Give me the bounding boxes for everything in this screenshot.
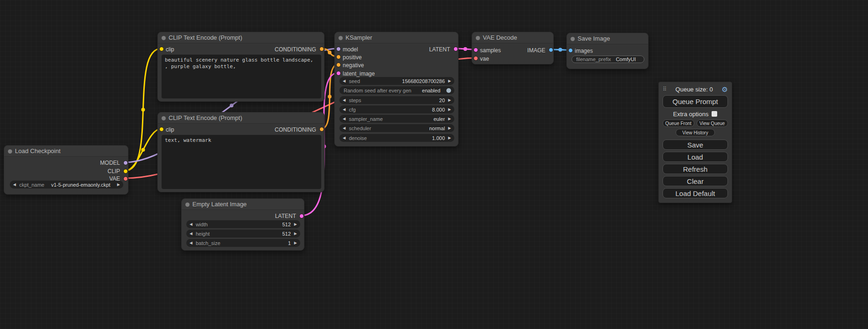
denoise-widget[interactable]: ◀ denoise 1.000 ▶ — [339, 134, 454, 142]
input-slot-vae[interactable] — [473, 56, 478, 61]
prev-value-arrow-icon[interactable]: ◀ — [343, 126, 346, 130]
increment-arrow-icon[interactable]: ▶ — [294, 222, 297, 226]
input-slot-latent-image[interactable] — [336, 71, 341, 76]
cfg-widget[interactable]: ◀ cfg 8.000 ▶ — [339, 105, 454, 113]
node-title-bar[interactable]: KSampler — [335, 32, 458, 43]
node-save-image[interactable]: Save Image images filename_prefix ComfyU… — [566, 33, 649, 69]
increment-arrow-icon[interactable]: ▶ — [448, 98, 451, 102]
queue-menu-panel: ⠿ Queue size: 0 ⚙ Queue Prompt Extra opt… — [658, 82, 732, 203]
output-slot-conditioning[interactable] — [319, 47, 324, 51]
increment-arrow-icon[interactable]: ▶ — [448, 107, 451, 112]
queue-front-button[interactable]: Queue Front — [663, 119, 694, 127]
load-button[interactable]: Load — [663, 152, 728, 162]
widget-value: 1 — [288, 240, 291, 246]
node-load-checkpoint[interactable]: Load Checkpoint MODEL CLIP VAE ◀ ckpt_na… — [4, 145, 128, 195]
node-empty-latent-image[interactable]: Empty Latent Image LATENT ◀ width 512 ▶ … — [181, 198, 304, 251]
link-midpoint-dot[interactable] — [141, 148, 145, 152]
view-history-button[interactable]: View History — [676, 129, 715, 136]
link-midpoint-dot[interactable] — [328, 95, 332, 98]
positive-prompt-textarea[interactable]: beautiful scenery nature glass bottle la… — [162, 55, 321, 98]
extra-options-checkbox[interactable] — [712, 111, 717, 117]
toggle-knob[interactable] — [446, 88, 451, 93]
input-slot-clip[interactable] — [159, 47, 164, 51]
output-label-latent: LATENT — [275, 213, 296, 219]
input-slot-model[interactable] — [336, 47, 341, 51]
prev-value-arrow-icon[interactable]: ◀ — [343, 117, 346, 121]
next-value-arrow-icon[interactable]: ▶ — [448, 117, 451, 121]
seed-widget[interactable]: ◀ seed 156680208700286 ▶ — [339, 77, 454, 85]
scheduler-widget[interactable]: ◀ scheduler normal ▶ — [339, 124, 454, 132]
collapse-dot-icon[interactable] — [8, 149, 12, 154]
link-midpoint-dot[interactable] — [558, 48, 562, 52]
increment-arrow-icon[interactable]: ▶ — [294, 241, 297, 245]
link-midpoint-dot[interactable] — [328, 51, 332, 55]
node-title-bar[interactable]: CLIP Text Encode (Prompt) — [158, 32, 324, 43]
filename-prefix-widget[interactable]: filename_prefix ComfyUI — [572, 56, 644, 63]
ckpt-name-widget[interactable]: ◀ ckpt_name v1-5-pruned-emaonly.ckpt ▶ — [10, 181, 123, 189]
menu-drag-handle-icon[interactable]: ⠿ — [663, 86, 667, 92]
output-slot-latent[interactable] — [299, 214, 304, 218]
collapse-dot-icon[interactable] — [476, 36, 480, 40]
queue-prompt-button[interactable]: Queue Prompt — [663, 95, 728, 108]
refresh-button[interactable]: Refresh — [663, 164, 728, 174]
width-widget[interactable]: ◀ width 512 ▶ — [186, 220, 300, 228]
input-slot-positive[interactable] — [336, 55, 341, 59]
node-title-bar[interactable]: VAE Decode — [472, 32, 553, 43]
output-slot-latent[interactable] — [453, 47, 458, 51]
save-button[interactable]: Save — [663, 140, 728, 150]
increment-arrow-icon[interactable]: ▶ — [448, 79, 451, 83]
output-slot-clip[interactable] — [123, 169, 128, 174]
link-midpoint-dot[interactable] — [141, 108, 145, 112]
node-title-bar[interactable]: Empty Latent Image — [182, 199, 304, 210]
decrement-arrow-icon[interactable]: ◀ — [190, 222, 192, 226]
input-label-images: images — [575, 48, 593, 54]
input-slot-samples[interactable] — [473, 48, 478, 52]
increment-arrow-icon[interactable]: ▶ — [294, 231, 297, 236]
random-seed-toggle-widget[interactable]: Random seed after every gen enabled — [339, 86, 454, 94]
input-slot-images[interactable] — [568, 48, 573, 53]
input-slot-clip[interactable] — [159, 127, 164, 132]
link-midpoint-dot[interactable] — [464, 47, 467, 51]
graph-canvas[interactable]: { "icons": { "left_arrow": "◀", "right_a… — [0, 0, 868, 329]
load-default-button[interactable]: Load Default — [663, 188, 728, 198]
collapse-dot-icon[interactable] — [571, 37, 575, 41]
sampler-name-widget[interactable]: ◀ sampler_name euler ▶ — [339, 115, 454, 123]
batch-size-widget[interactable]: ◀ batch_size 1 ▶ — [186, 239, 300, 247]
decrement-arrow-icon[interactable]: ◀ — [343, 98, 346, 102]
input-slot-negative[interactable] — [336, 63, 341, 67]
decrement-arrow-icon[interactable]: ◀ — [343, 79, 346, 83]
settings-gear-icon[interactable]: ⚙ — [722, 86, 728, 93]
decrement-arrow-icon[interactable]: ◀ — [343, 136, 346, 140]
view-queue-button[interactable]: View Queue — [697, 119, 728, 127]
output-slot-vae[interactable] — [123, 176, 128, 181]
collapse-dot-icon[interactable] — [162, 116, 166, 120]
node-title-bar[interactable]: CLIP Text Encode (Prompt) — [158, 112, 324, 124]
node-vae-decode[interactable]: VAE Decode samples IMAGE vae — [472, 32, 554, 64]
node-title: Save Image — [578, 35, 610, 42]
decrement-arrow-icon[interactable]: ◀ — [343, 107, 346, 112]
output-slot-model[interactable] — [123, 161, 128, 165]
decrement-arrow-icon[interactable]: ◀ — [190, 231, 192, 236]
next-value-arrow-icon[interactable]: ▶ — [448, 126, 451, 130]
node-ksampler[interactable]: KSampler model positive negative latent_… — [334, 32, 459, 147]
output-slot-conditioning[interactable] — [319, 127, 324, 132]
collapse-dot-icon[interactable] — [339, 36, 343, 40]
prev-value-arrow-icon[interactable]: ◀ — [13, 182, 16, 187]
increment-arrow-icon[interactable]: ▶ — [448, 136, 451, 140]
collapse-dot-icon[interactable] — [162, 36, 166, 40]
next-value-arrow-icon[interactable]: ▶ — [117, 182, 120, 187]
output-slot-image[interactable] — [549, 48, 553, 52]
node-title-bar[interactable]: Save Image — [567, 33, 648, 44]
output-label-model: MODEL — [100, 160, 120, 166]
node-title-bar[interactable]: Load Checkpoint — [4, 146, 128, 157]
clear-button[interactable]: Clear — [663, 176, 728, 186]
node-clip-text-encode-negative[interactable]: CLIP Text Encode (Prompt) clip CONDITION… — [157, 112, 325, 192]
link-midpoint-dot[interactable] — [230, 104, 233, 107]
collapse-dot-icon[interactable] — [185, 203, 190, 207]
decrement-arrow-icon[interactable]: ◀ — [190, 241, 192, 245]
steps-widget[interactable]: ◀ steps 20 ▶ — [339, 96, 454, 104]
node-title: Load Checkpoint — [15, 147, 61, 154]
node-clip-text-encode-positive[interactable]: CLIP Text Encode (Prompt) clip CONDITION… — [157, 32, 325, 102]
negative-prompt-textarea[interactable]: text, watermark — [162, 135, 321, 189]
height-widget[interactable]: ◀ height 512 ▶ — [186, 230, 300, 238]
